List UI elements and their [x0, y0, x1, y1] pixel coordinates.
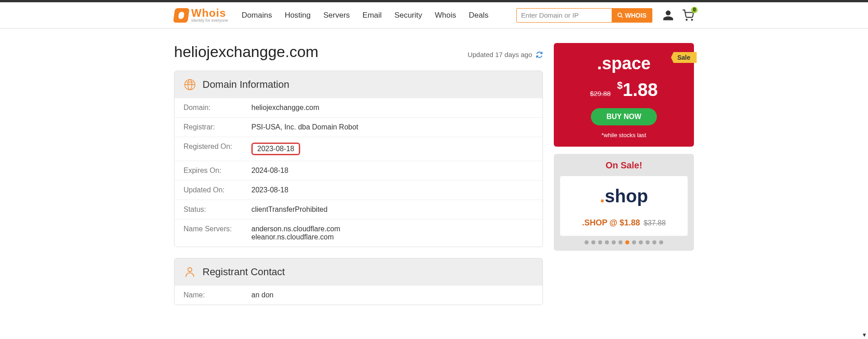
cart-badge: 0: [691, 7, 698, 13]
nav-servers[interactable]: Servers: [323, 11, 350, 20]
cart[interactable]: 0: [682, 10, 694, 21]
row-status: Status: clientTransferProhibited: [175, 200, 542, 219]
label-registrar: Registrar:: [184, 123, 251, 131]
onsale-line: .SHOP @ $1.88 $37.88: [565, 218, 683, 228]
svg-line-1: [621, 16, 623, 18]
buy-now-button[interactable]: BUY NOW: [591, 108, 656, 125]
nav-deals[interactable]: Deals: [469, 11, 488, 20]
value-expires: 2024-08-18: [251, 167, 288, 175]
svg-point-2: [686, 19, 687, 20]
value-registered: 2023-08-18: [251, 143, 300, 155]
www-icon: WWW: [184, 78, 196, 91]
svg-text:WWW: WWW: [187, 81, 193, 84]
updated-line: Updated 17 days ago: [467, 51, 543, 58]
ns-2: eleanor.ns.cloudflare.com: [251, 233, 340, 241]
svg-point-0: [618, 13, 621, 16]
registrant-card: Registrant Contact Name: an don: [174, 258, 543, 305]
row-reg-name: Name: an don: [175, 286, 542, 305]
new-price-val: 1.88: [623, 80, 658, 100]
carousel-dots[interactable]: [560, 240, 688, 244]
old-price: $29.88: [590, 90, 611, 97]
nav-whois[interactable]: Whois: [435, 11, 456, 20]
logo-icon: [173, 8, 189, 23]
search-icon: [617, 12, 623, 19]
domain-info-card: WWW Domain Information Domain: heliojexc…: [174, 71, 543, 247]
refresh-icon[interactable]: [536, 51, 543, 58]
registrant-table: Name: an don: [175, 286, 542, 305]
label-reg-name: Name:: [184, 291, 251, 299]
nav-domains[interactable]: Domains: [242, 11, 272, 20]
registrant-heading: Registrant Contact: [203, 266, 285, 278]
promo-note: *while stocks last: [560, 132, 688, 138]
new-price: $1.88: [617, 80, 658, 100]
label-status: Status:: [184, 205, 251, 214]
updated-text: Updated 17 days ago: [467, 51, 532, 58]
row-registered: Registered On: 2023-08-18: [175, 137, 542, 161]
label-registered: Registered On:: [184, 143, 251, 155]
search-button-label: WHOIS: [625, 12, 646, 19]
value-reg-name: an don: [251, 291, 274, 299]
main-column: heliojexchangge.com Updated 17 days ago …: [174, 43, 543, 316]
promo-tld: .space: [560, 54, 688, 73]
nav-email[interactable]: Email: [363, 11, 382, 20]
header: Whois Identity for everyone Domains Host…: [174, 2, 694, 28]
label-domain: Domain:: [184, 104, 251, 112]
domain-info-header: WWW Domain Information: [175, 71, 542, 98]
value-updated: 2023-08-18: [251, 186, 288, 194]
shop-word: shop: [605, 186, 648, 206]
page-title: heliojexchangge.com: [174, 43, 318, 61]
logo-tagline: Identity for everyone: [191, 19, 228, 23]
row-nameservers: Name Servers: anderson.ns.cloudflare.com…: [175, 219, 542, 247]
nav-hosting[interactable]: Hosting: [285, 11, 311, 20]
promo-prices: $29.88 $1.88: [560, 80, 688, 100]
logo[interactable]: Whois Identity for everyone: [174, 8, 228, 23]
onsale-orig: $37.88: [644, 219, 666, 227]
value-status: clientTransferProhibited: [251, 205, 327, 214]
onsale-box: On Sale! .shop .SHOP @ $1.88 $37.88: [554, 154, 694, 251]
logo-text: Whois Identity for everyone: [191, 8, 228, 23]
row-expires: Expires On: 2024-08-18: [175, 161, 542, 180]
content: heliojexchangge.com Updated 17 days ago …: [174, 29, 694, 316]
value-registered-wrap: 2023-08-18: [251, 143, 300, 155]
search-bar: WHOIS: [516, 8, 652, 23]
shop-logo: .shop: [565, 186, 683, 206]
search-input[interactable]: [517, 9, 612, 22]
side-column: Sale .space $29.88 $1.88 BUY NOW *while …: [554, 43, 694, 316]
row-updated: Updated On: 2023-08-18: [175, 180, 542, 200]
onsale-title: On Sale!: [560, 160, 688, 171]
title-row: heliojexchangge.com Updated 17 days ago: [174, 43, 543, 61]
label-nameservers: Name Servers:: [184, 225, 251, 241]
value-registrar: PSI-USA, Inc. dba Domain Robot: [251, 123, 359, 131]
label-updated: Updated On:: [184, 186, 251, 194]
search-button[interactable]: WHOIS: [612, 9, 652, 22]
domain-info-heading: Domain Information: [203, 79, 289, 91]
svg-point-3: [692, 19, 693, 20]
ns-1: anderson.ns.cloudflare.com: [251, 225, 340, 233]
logo-brand: Whois: [191, 8, 228, 19]
domain-info-table: Domain: heliojexchangge.com Registrar: P…: [175, 98, 542, 247]
promo-box: Sale .space $29.88 $1.88 BUY NOW *while …: [554, 43, 694, 147]
person-icon: [184, 266, 196, 278]
onsale-card[interactable]: .shop .SHOP @ $1.88 $37.88: [560, 176, 688, 236]
main-nav: Domains Hosting Servers Email Security W…: [242, 11, 489, 20]
value-nameservers: anderson.ns.cloudflare.com eleanor.ns.cl…: [251, 225, 340, 241]
svg-point-8: [188, 267, 192, 272]
registrant-header: Registrant Contact: [175, 258, 542, 286]
row-domain: Domain: heliojexchangge.com: [175, 98, 542, 117]
onsale-deal: .SHOP @ $1.88: [582, 218, 640, 228]
nav-security[interactable]: Security: [394, 11, 422, 20]
label-expires: Expires On:: [184, 167, 251, 175]
value-domain: heliojexchangge.com: [251, 104, 319, 112]
row-registrar: Registrar: PSI-USA, Inc. dba Domain Robo…: [175, 117, 542, 137]
user-icon[interactable]: [662, 10, 674, 21]
dollar-sign: $: [617, 80, 623, 91]
sale-ribbon: Sale: [671, 52, 697, 63]
